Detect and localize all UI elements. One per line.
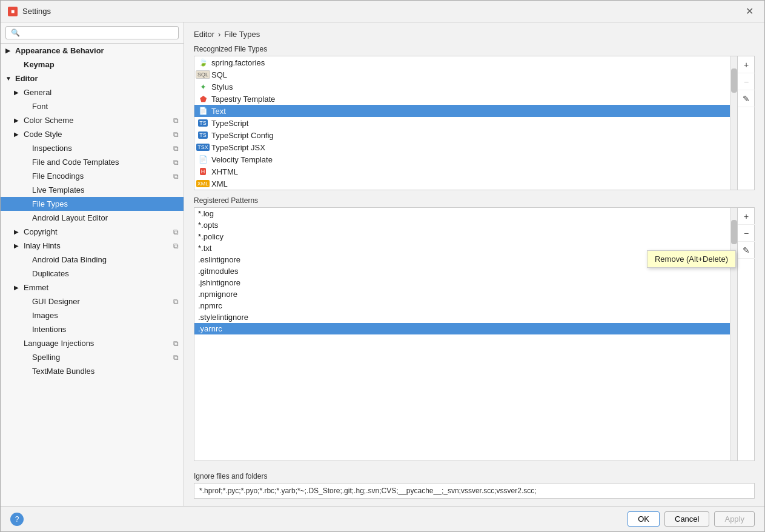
edit-file-type-button[interactable]: ✎ — [738, 90, 755, 107]
pattern-item-yarnrc[interactable]: .yarnrc — [194, 323, 730, 334]
sidebar-item-editor[interactable]: ▼Editor — [1, 71, 184, 85]
file-icon-tsx: TSX — [198, 142, 208, 152]
sidebar-item-file-code-templates[interactable]: File and Code Templates⧉ — [1, 155, 184, 169]
file-type-name-tapestry: Tapestry Template — [211, 95, 275, 104]
edit-pattern-button[interactable]: ✎ — [738, 242, 755, 259]
ok-button[interactable]: OK — [628, 511, 660, 527]
sidebar-item-code-style[interactable]: ▶Code Style⧉ — [1, 127, 184, 141]
sidebar-item-label-live-templates: Live Templates — [32, 185, 179, 195]
recognized-item-tsconfig[interactable]: TSTypeScript Config — [194, 129, 730, 141]
sidebar-item-label-code-style: Code Style — [24, 130, 171, 139]
breadcrumb-part1: Editor — [194, 30, 214, 39]
file-type-name-text: Text — [211, 107, 226, 116]
sidebar-item-color-scheme[interactable]: ▶Color Scheme⧉ — [1, 113, 184, 127]
arrow-icon-color-scheme: ▶ — [14, 117, 21, 124]
recognized-scrollbar[interactable] — [730, 56, 737, 190]
pattern-name-txt: *.txt — [198, 244, 211, 253]
copy-icon-file-encodings: ⧉ — [173, 172, 179, 181]
recognized-item-sql[interactable]: SQLSQL — [194, 68, 730, 81]
copy-icon-inspections: ⧉ — [173, 144, 179, 153]
sidebar-item-file-types[interactable]: File Types — [1, 197, 184, 211]
apply-button[interactable]: Apply — [714, 511, 755, 527]
remove-pattern-button[interactable]: − — [738, 225, 755, 242]
sidebar-item-gui-designer[interactable]: GUI Designer⧉ — [1, 294, 184, 308]
sidebar-item-duplicates[interactable]: Duplicates — [1, 267, 184, 281]
recognized-item-xml[interactable]: XMLXML — [194, 178, 730, 190]
sidebar-item-font[interactable]: Font — [1, 99, 184, 113]
sidebar-item-label-duplicates: Duplicates — [32, 269, 179, 278]
sidebar-item-images[interactable]: Images — [1, 308, 184, 322]
patterns-scrollbar-thumb — [731, 220, 737, 244]
recognized-file-types-section: Recognized File Types 🍃spring.factoriesS… — [194, 45, 755, 190]
cancel-button[interactable]: Cancel — [664, 511, 709, 527]
sidebar-item-label-copyright: Copyright — [24, 227, 171, 236]
sidebar-item-label-file-code-templates: File and Code Templates — [32, 158, 171, 167]
sidebar-item-keymap[interactable]: Keymap — [1, 58, 184, 71]
recognized-item-velocity[interactable]: 📄Velocity Template — [194, 153, 730, 165]
sidebar-item-label-font: Font — [32, 102, 179, 111]
dialog-body: ▶Appearance & BehaviorKeymap▼Editor▶Gene… — [1, 22, 764, 506]
copy-icon-spelling: ⧉ — [173, 353, 179, 362]
pattern-item-opts[interactable]: *.opts — [194, 219, 730, 231]
add-file-type-button[interactable]: + — [738, 56, 755, 73]
breadcrumb-separator: › — [218, 30, 220, 39]
recognized-item-xhtml[interactable]: HXHTML — [194, 165, 730, 178]
recognized-file-types-list[interactable]: 🍃spring.factoriesSQLSQL✦Stylus⬟Tapestry … — [194, 56, 730, 190]
sidebar-item-spelling[interactable]: Spelling⧉ — [1, 350, 184, 364]
sidebar-item-label-appearance: Appearance & Behavior — [15, 46, 179, 55]
pattern-item-policy[interactable]: *.policy — [194, 231, 730, 242]
sidebar-item-copyright[interactable]: ▶Copyright⧉ — [1, 225, 184, 239]
sidebar-item-inspections[interactable]: Inspections⧉ — [1, 141, 184, 155]
file-icon-tsconfig: TS — [198, 130, 208, 140]
recognized-item-typescript[interactable]: TSTypeScript — [194, 117, 730, 129]
sidebar-item-android-layout[interactable]: Android Layout Editor — [1, 211, 184, 225]
pattern-item-npmignore[interactable]: .npmignore — [194, 288, 730, 300]
file-icon-xml: XML — [198, 179, 208, 188]
file-icon-tapestry: ⬟ — [198, 94, 208, 104]
bottom-bar: ? OK Cancel Apply — [1, 506, 764, 531]
sidebar-item-label-images: Images — [32, 311, 179, 320]
patterns-actions: + − ✎ — [737, 208, 754, 461]
sidebar-item-textmate-bundles[interactable]: TextMate Bundles — [1, 364, 184, 378]
sidebar-item-inlay-hints[interactable]: ▶Inlay Hints⧉ — [1, 239, 184, 253]
pattern-item-stylelintignore[interactable]: .stylelintignore — [194, 311, 730, 323]
file-type-name-xml: XML — [211, 179, 228, 188]
pattern-item-jshintignore[interactable]: .jshintignore — [194, 277, 730, 288]
recognized-item-tapestry[interactable]: ⬟Tapestry Template — [194, 93, 730, 105]
breadcrumb: Editor › File Types — [194, 30, 755, 39]
sidebar-item-emmet[interactable]: ▶Emmet — [1, 281, 184, 294]
sidebar-item-live-templates[interactable]: Live Templates — [1, 183, 184, 197]
sidebar-item-general[interactable]: ▶General — [1, 85, 184, 99]
pattern-name-gitmodules: .gitmodules — [198, 267, 238, 276]
recognized-item-tsx[interactable]: TSXTypeScript JSX — [194, 141, 730, 153]
close-button[interactable]: ✕ — [742, 4, 757, 18]
recognized-item-text[interactable]: 📄Text — [194, 105, 730, 117]
help-button[interactable]: ? — [10, 513, 24, 526]
add-pattern-button[interactable]: + — [738, 208, 755, 225]
pattern-item-log[interactable]: *.log — [194, 208, 730, 219]
patterns-scrollbar[interactable] — [730, 208, 737, 461]
ignore-section: Ignore files and folders — [194, 472, 755, 499]
title-bar: ■ Settings ✕ — [1, 1, 764, 22]
sidebar-item-language-injections[interactable]: Language Injections⧉ — [1, 336, 184, 350]
search-input[interactable] — [5, 26, 179, 39]
ignore-input[interactable] — [194, 483, 755, 499]
remove-file-type-button[interactable]: − — [738, 73, 755, 90]
breadcrumb-part2: File Types — [224, 30, 260, 39]
recognized-item-stylus[interactable]: ✦Stylus — [194, 81, 730, 93]
registered-patterns-list[interactable]: *.log*.opts*.policy*.txt.eslintignore.gi… — [194, 208, 730, 461]
sidebar-item-label-spelling: Spelling — [32, 353, 171, 362]
search-box — [1, 22, 184, 44]
file-icon-typescript: TS — [198, 118, 208, 128]
file-type-name-spring: spring.factories — [211, 58, 265, 67]
pattern-item-npmrc[interactable]: .npmrc — [194, 300, 730, 311]
file-type-name-velocity: Velocity Template — [211, 155, 273, 164]
recognized-item-spring[interactable]: 🍃spring.factories — [194, 56, 730, 68]
dialog-title: Settings — [22, 7, 742, 16]
sidebar-item-intentions[interactable]: Intentions — [1, 322, 184, 336]
sidebar-item-file-encodings[interactable]: File Encodings⧉ — [1, 169, 184, 183]
sidebar-item-appearance[interactable]: ▶Appearance & Behavior — [1, 44, 184, 58]
sidebar-item-label-color-scheme: Color Scheme — [24, 116, 171, 125]
main-panel: Editor › File Types Recognized File Type… — [184, 22, 764, 506]
sidebar-item-android-data[interactable]: Android Data Binding — [1, 253, 184, 267]
